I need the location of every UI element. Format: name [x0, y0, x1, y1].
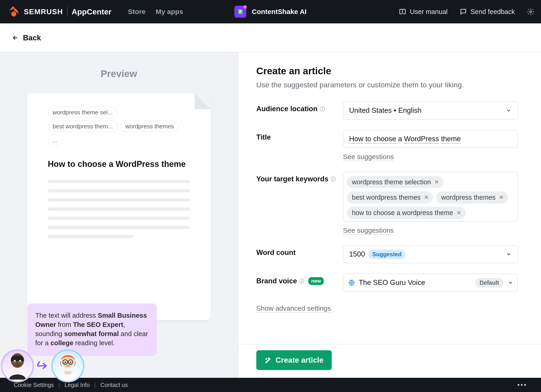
contact-link[interactable]: Contact us	[100, 382, 128, 388]
gear-icon[interactable]	[527, 8, 535, 16]
remove-keyword-icon[interactable]: ✕	[456, 209, 462, 216]
preview-heading: Preview	[23, 68, 215, 79]
persona-bubble: The text will address Small Business Own…	[27, 303, 157, 356]
preview-document: wordpress theme sel...best wordpress the…	[27, 93, 211, 320]
info-icon[interactable]: i	[320, 106, 325, 111]
book-icon	[399, 8, 406, 15]
appcenter-label[interactable]: AppCenter	[72, 7, 112, 16]
title-label: Title	[256, 130, 343, 141]
title-suggestions-link[interactable]: See suggestions	[343, 153, 394, 161]
preview-tag: wordpress themes	[120, 121, 179, 132]
svg-point-0	[11, 11, 16, 16]
wordcount-label: Word count	[256, 245, 343, 257]
brand-logo[interactable]: SEMRUSH	[8, 5, 63, 18]
info-icon[interactable]: i	[299, 278, 304, 284]
svg-point-12	[70, 362, 71, 363]
info-icon[interactable]: i	[331, 177, 336, 182]
preview-tag: wordpress theme sel...	[48, 107, 118, 118]
chevron-down-icon	[508, 280, 513, 285]
svg-point-6	[14, 361, 15, 362]
keywords-label: Your target keywords i	[256, 172, 343, 183]
chat-icon	[460, 8, 467, 15]
create-article-label: Create article	[276, 356, 323, 365]
suggested-badge: Suggested	[369, 250, 405, 259]
send-feedback-label: Send feedback	[471, 8, 515, 16]
divider	[67, 7, 68, 16]
app-name: ContentShake AI	[252, 8, 307, 16]
keywords-suggestions-link[interactable]: See suggestions	[343, 226, 394, 235]
page-title: Create an article	[256, 66, 526, 77]
back-button[interactable]: Back	[12, 33, 41, 42]
more-menu[interactable]: •••	[517, 381, 527, 389]
preview-tag: ...	[48, 135, 62, 146]
remove-keyword-icon[interactable]: ✕	[424, 194, 429, 201]
legal-info-link[interactable]: Legal Info	[65, 382, 90, 388]
globe-icon	[348, 279, 355, 286]
keyword-chip[interactable]: best wordpress themes✕	[347, 191, 433, 204]
user-manual-label: User manual	[410, 8, 447, 16]
wand-icon	[265, 357, 271, 364]
nav-store[interactable]: Store	[128, 8, 146, 16]
nav-myapps[interactable]: My apps	[156, 8, 183, 16]
new-badge: new	[308, 277, 324, 285]
wordcount-value: 1500	[349, 250, 365, 258]
brand-voice-value: The SEO Guru Voice	[359, 278, 425, 287]
brand-voice-label: Brand voice i new	[256, 274, 343, 285]
advanced-settings-link[interactable]: Show advanced settings	[256, 304, 331, 313]
audience-label: Audience location i	[256, 102, 343, 113]
svg-point-11	[64, 362, 66, 363]
arrow-left-icon	[12, 34, 19, 41]
svg-point-7	[20, 361, 21, 362]
page-subtitle: Use the suggested parameters or customiz…	[256, 81, 526, 89]
keyword-chip[interactable]: how to choose a wordpress theme✕	[347, 207, 466, 219]
create-article-button[interactable]: Create article	[256, 350, 332, 370]
remove-keyword-icon[interactable]: ✕	[499, 194, 504, 201]
send-feedback-link[interactable]: Send feedback	[460, 8, 515, 16]
chevron-down-icon	[506, 108, 511, 113]
preview-title: How to choose a WordPress theme	[48, 159, 190, 169]
title-input[interactable]: How to choose a WordPress theme	[343, 130, 518, 148]
avatar-author	[1, 349, 34, 382]
flame-icon	[8, 5, 20, 18]
svg-point-2	[530, 11, 532, 13]
brand-voice-select[interactable]: The SEO Guru Voice Default	[343, 274, 518, 292]
chevron-down-icon	[506, 251, 511, 257]
arrow-right-icon	[36, 360, 50, 371]
audience-select[interactable]: United States • English	[343, 102, 518, 120]
cookie-settings-link[interactable]: Cookie Settings	[14, 382, 54, 388]
preview-tag: best wordpress them...	[48, 121, 118, 132]
default-pill: Default	[475, 278, 503, 287]
keyword-chip[interactable]: wordpress theme selection✕	[347, 176, 443, 188]
keyword-chip[interactable]: wordpress themes✕	[436, 191, 508, 204]
avatar-reader	[51, 349, 84, 382]
user-manual-link[interactable]: User manual	[399, 8, 447, 16]
remove-keyword-icon[interactable]: ✕	[434, 178, 439, 186]
keywords-input[interactable]: wordpress theme selection✕best wordpress…	[343, 172, 518, 221]
app-icon	[234, 6, 246, 18]
back-label: Back	[23, 33, 41, 42]
wordcount-select[interactable]: 1500 Suggested	[343, 245, 518, 263]
brand-text: SEMRUSH	[24, 8, 63, 16]
audience-value: United States • English	[349, 106, 421, 115]
